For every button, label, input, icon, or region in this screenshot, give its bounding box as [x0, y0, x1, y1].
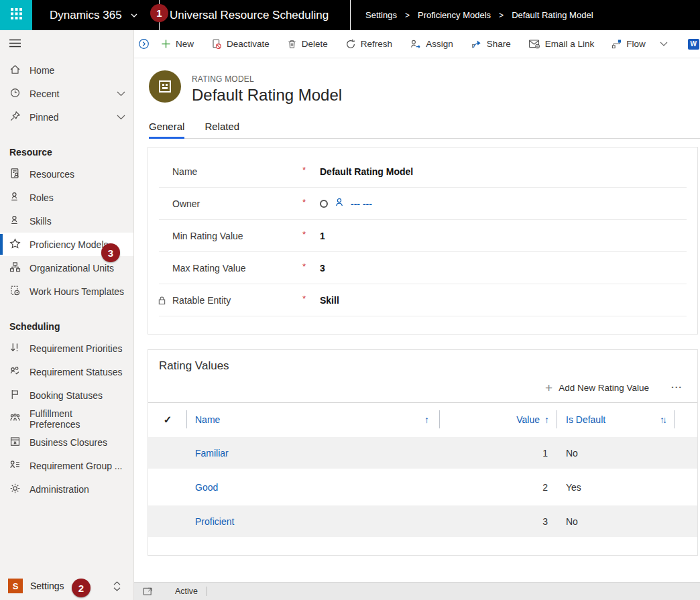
column-value-label: Value [516, 414, 540, 425]
settings-area-tile: S [8, 579, 23, 593]
required-asterisk: * [302, 165, 320, 175]
form-content: Name * Default Rating Model Owner * --- … [134, 139, 700, 582]
star-icon [9, 238, 21, 251]
hamburger-menu-button[interactable] [0, 30, 133, 58]
sidebar-item-requirement-statuses[interactable]: Requirement Statuses [0, 360, 133, 383]
column-is-default-label: Is Default [566, 414, 605, 425]
sidebar-item-label: Work Hours Templates [30, 286, 124, 297]
sidebar: Home Recent Pinned Resource Resources Ro… [0, 30, 134, 600]
min-rating-value-field[interactable]: 1 [320, 231, 687, 241]
sidebar-item-label: Requirement Priorities [30, 343, 123, 354]
breadcrumb-item-settings[interactable]: Settings [365, 10, 397, 20]
chevron-down-icon[interactable] [117, 91, 125, 97]
app-launcher-button[interactable] [0, 0, 32, 30]
delete-button[interactable]: Delete [278, 30, 337, 58]
tab-related[interactable]: Related [205, 121, 239, 138]
rating-value-number: 1 [440, 448, 557, 459]
sidebar-item-work-hours-templates[interactable]: Work Hours Templates [0, 280, 133, 303]
sidebar-item-roles[interactable]: Roles [0, 186, 133, 209]
new-button[interactable]: New [152, 30, 202, 58]
app-switcher-chevron-icon[interactable] [130, 11, 138, 19]
flag-icon [9, 389, 21, 402]
owner-field[interactable]: --- --- [320, 197, 687, 210]
sidebar-item-booking-statuses[interactable]: Booking Statuses [0, 383, 133, 407]
ratable-entity-label: Ratable Entity [159, 295, 302, 306]
collapse-command-bar-button[interactable] [138, 30, 150, 58]
word-templates-button[interactable]: W W [673, 30, 700, 58]
sidebar-item-recent[interactable]: Recent [0, 82, 133, 105]
person-icon [9, 191, 21, 204]
topbar-divider [350, 0, 351, 30]
sidebar-item-label: Requirement Group ... [30, 461, 123, 471]
area-switcher-chevrons-icon[interactable] [113, 581, 121, 592]
sidebar-item-home[interactable]: Home [0, 58, 133, 82]
share-icon [471, 39, 482, 50]
priority-arrow-icon [9, 342, 21, 355]
sidebar-item-skills[interactable]: Skills [0, 209, 133, 233]
column-header-is-default[interactable]: Is Default ↑↓ [557, 403, 675, 436]
word-icon: W [688, 39, 699, 50]
command-bar: New Deactivate Delete Refresh Assign [134, 30, 700, 58]
waffle-icon [11, 8, 22, 22]
min-rating-value-label: Min Rating Value [159, 231, 302, 241]
breadcrumb-item-proficiency-models[interactable]: Proficiency Models [418, 10, 491, 20]
name-field[interactable]: Default Rating Model [320, 166, 687, 177]
lock-icon [158, 296, 166, 305]
sidebar-item-administration[interactable]: Administration [0, 477, 133, 501]
table-row-good[interactable]: Good 2 Yes [148, 470, 697, 504]
chevron-down-icon[interactable] [117, 115, 125, 120]
breadcrumb-item-default-rating-model[interactable]: Default Rating Model [512, 10, 593, 20]
assign-button[interactable]: Assign [401, 30, 462, 58]
share-button[interactable]: Share [462, 30, 520, 58]
deactivate-button[interactable]: Deactivate [202, 30, 278, 58]
product-name[interactable]: Universal Resource Scheduling [170, 9, 329, 22]
max-rating-value-field[interactable]: 3 [320, 263, 687, 274]
assign-icon [410, 39, 421, 50]
breadcrumb-separator: > [499, 11, 504, 20]
sidebar-item-resources[interactable]: Resources [0, 162, 133, 186]
column-name-label: Name [195, 414, 220, 425]
sort-ascending-icon: ↑ [424, 414, 440, 425]
sidebar-item-business-closures[interactable]: Business Closures [0, 430, 133, 454]
sidebar-item-label: Business Closures [30, 437, 107, 448]
ratable-entity-field[interactable]: Skill [320, 295, 687, 306]
table-row-proficient[interactable]: Proficient 3 No [148, 504, 697, 538]
flow-chevron-icon[interactable] [654, 30, 673, 58]
sidebar-item-label: Requirement Statuses [30, 367, 123, 377]
share-label: Share [487, 39, 511, 49]
person-list-icon [9, 459, 21, 473]
column-header-name[interactable]: Name ↑ [187, 403, 440, 436]
table-row-familiar[interactable]: Familiar 1 No [148, 436, 697, 470]
rating-value-link[interactable]: Good [187, 482, 440, 493]
dynamics-365-label[interactable]: Dynamics 365 [50, 9, 122, 22]
refresh-button[interactable]: Refresh [337, 30, 401, 58]
email-a-link-button[interactable]: Email a Link [520, 30, 603, 58]
sidebar-item-label: Home [30, 65, 54, 76]
flow-icon [611, 39, 622, 49]
more-commands-icon[interactable]: ··· [671, 382, 683, 393]
rating-values-section-card: Rating Values + Add New Rating Value ···… [148, 349, 698, 556]
rating-value-link[interactable]: Familiar [187, 448, 440, 459]
sidebar-item-fulfillment-preferences[interactable]: Fulfillment Preferences [0, 407, 133, 430]
tab-general[interactable]: General [149, 121, 184, 138]
rating-value-link[interactable]: Proficient [187, 516, 440, 527]
add-new-rating-value-button[interactable]: + Add New Rating Value [545, 381, 649, 394]
sidebar-item-requirement-priorities[interactable]: Requirement Priorities [0, 337, 133, 360]
assign-label: Assign [426, 39, 453, 49]
flow-button[interactable]: Flow [603, 30, 654, 58]
owner-value[interactable]: --- --- [351, 198, 372, 209]
flow-label: Flow [626, 39, 646, 49]
sidebar-item-requirement-group[interactable]: Requirement Group ... [0, 454, 133, 477]
sidebar-item-pinned[interactable]: Pinned [0, 105, 133, 129]
sort-filter-icon: ↑↓ [660, 414, 675, 425]
annotation-badge-3: 3 [101, 243, 120, 262]
rating-value-number: 2 [440, 482, 557, 493]
owner-person-icon [334, 197, 345, 210]
select-all-checkmark[interactable]: ✓ [148, 403, 187, 436]
form-row-max-rating: Max Rating Value * 3 [159, 252, 687, 284]
sidebar-area-switcher-settings[interactable]: S Settings [0, 572, 133, 600]
column-header-value[interactable]: Value ↑ [440, 403, 557, 436]
form-switcher-icon[interactable] [143, 587, 153, 596]
sidebar-item-label: Administration [30, 484, 89, 495]
form-row-owner: Owner * --- --- [159, 188, 687, 220]
